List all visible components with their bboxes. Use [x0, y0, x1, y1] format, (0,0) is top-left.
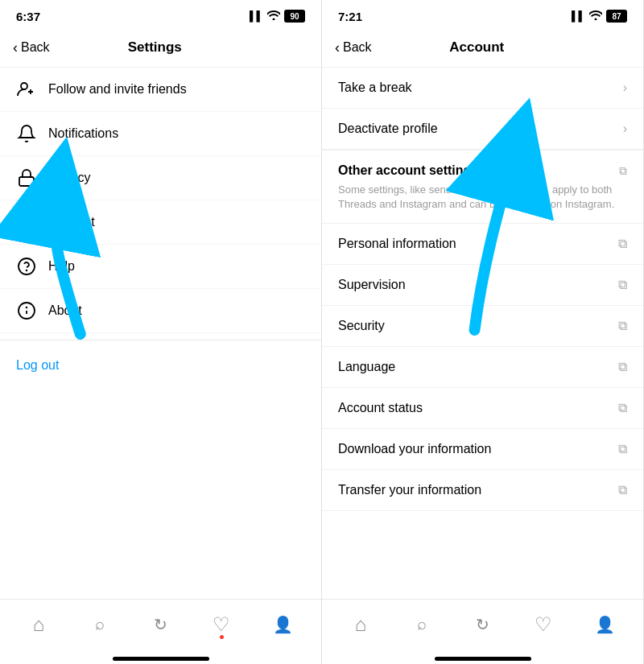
battery-right: 87 — [606, 10, 627, 23]
tab-compose-left[interactable]: ↻ — [141, 605, 180, 644]
tab-bar-left: ⌂ ⌕ ↻ ♡ 👤 — [0, 599, 321, 657]
tab-home-right[interactable]: ⌂ — [341, 605, 380, 644]
language-ext-icon: ⧉ — [618, 360, 627, 374]
other-account-desc: Some settings, like sensitive content co… — [322, 183, 643, 224]
row-take-break[interactable]: Take a break › — [322, 68, 643, 109]
personal-info-ext-icon: ⧉ — [618, 237, 627, 251]
menu-item-account[interactable]: Account — [0, 200, 321, 245]
other-account-label: Other account settings — [338, 163, 478, 178]
tab-bar-right: ⌂ ⌕ ↻ ♡ 👤 — [322, 599, 643, 657]
svg-point-4 — [19, 258, 35, 274]
wifi-icon-right — [589, 10, 602, 23]
row-download-info[interactable]: Download your information ⧉ — [322, 429, 643, 470]
other-account-header[interactable]: Other account settings ⧉ — [322, 150, 643, 183]
nav-bar-right: ‹ Back Account — [322, 29, 643, 68]
follow-icon — [16, 79, 37, 100]
notifications-label: Notifications — [48, 126, 118, 141]
profile-icon-right: 👤 — [595, 615, 615, 634]
nav-bar-left: ‹ Back Settings — [0, 29, 321, 68]
deactivate-label: Deactivate profile — [338, 122, 438, 136]
svg-rect-1 — [19, 177, 34, 186]
back-button-left[interactable]: ‹ Back — [13, 40, 50, 55]
tab-profile-left[interactable]: 👤 — [263, 605, 302, 644]
battery-left: 90 — [284, 10, 305, 23]
menu-item-privacy[interactable]: Privacy — [0, 156, 321, 200]
security-label: Security — [338, 319, 385, 333]
take-break-chevron: › — [623, 80, 627, 95]
compose-icon-left: ↻ — [154, 615, 167, 634]
bell-icon — [16, 123, 37, 144]
menu-divider — [0, 340, 321, 340]
back-label-right: Back — [343, 40, 372, 55]
menu-item-help[interactable]: Help — [0, 245, 321, 289]
profile-icon-left: 👤 — [273, 615, 293, 634]
row-security[interactable]: Security ⧉ — [322, 306, 643, 347]
tab-search-right[interactable]: ⌕ — [402, 605, 441, 644]
heart-icon-right: ♡ — [535, 613, 552, 636]
signal-icon-right: ▌▌ — [572, 10, 585, 22]
info-icon — [16, 300, 37, 321]
account-panel: 7:21 ▌▌ 87 ‹ Back Account Take a break › — [322, 0, 644, 664]
page-title-left: Settings — [50, 39, 260, 56]
take-break-label: Take a break — [338, 80, 412, 95]
compose-icon-right: ↻ — [476, 615, 489, 634]
heart-icon-left: ♡ — [213, 613, 230, 636]
back-chevron-left: ‹ — [13, 40, 18, 55]
tab-home-left[interactable]: ⌂ — [19, 605, 58, 644]
svg-point-0 — [21, 83, 27, 89]
home-indicator-right — [435, 657, 531, 661]
status-bar-left: 6:37 ▌▌ 90 — [0, 0, 321, 29]
account-status-label: Account status — [338, 401, 423, 415]
page-title-right: Account — [372, 39, 582, 56]
help-icon — [16, 256, 37, 277]
lock-icon — [16, 167, 37, 188]
tab-profile-right[interactable]: 👤 — [585, 605, 624, 644]
supervision-label: Supervision — [338, 278, 406, 292]
settings-menu: Follow and invite friends Notifications … — [0, 68, 321, 599]
home-icon-left: ⌂ — [33, 613, 45, 636]
wifi-icon-left — [267, 10, 280, 23]
back-button-right[interactable]: ‹ Back — [335, 40, 372, 55]
tab-search-left[interactable]: ⌕ — [80, 605, 119, 644]
row-language[interactable]: Language ⧉ — [322, 347, 643, 388]
search-icon-left: ⌕ — [95, 615, 105, 633]
language-label: Language — [338, 360, 395, 374]
signal-icon-left: ▌▌ — [250, 10, 263, 22]
row-supervision[interactable]: Supervision ⧉ — [322, 265, 643, 306]
menu-item-about[interactable]: About — [0, 289, 321, 333]
security-ext-icon: ⧉ — [618, 319, 627, 333]
account-settings-list: Take a break › Deactivate profile › Othe… — [322, 68, 643, 599]
transfer-info-ext-icon: ⧉ — [618, 483, 627, 497]
row-personal-info[interactable]: Personal information ⧉ — [322, 224, 643, 265]
menu-item-follow[interactable]: Follow and invite friends — [0, 68, 321, 112]
deactivate-chevron: › — [623, 122, 627, 136]
help-label: Help — [48, 259, 75, 274]
about-label: About — [48, 303, 82, 318]
download-info-label: Download your information — [338, 442, 491, 456]
download-info-ext-icon: ⧉ — [618, 442, 627, 456]
menu-item-notifications[interactable]: Notifications — [0, 112, 321, 156]
status-icons-right: ▌▌ 87 — [572, 10, 627, 23]
back-label-left: Back — [21, 40, 50, 55]
account-label: Account — [48, 215, 95, 229]
row-deactivate[interactable]: Deactivate profile › — [322, 109, 643, 150]
tab-heart-left[interactable]: ♡ — [202, 605, 241, 644]
tab-heart-right[interactable]: ♡ — [524, 605, 563, 644]
row-transfer-info[interactable]: Transfer your information ⧉ — [322, 470, 643, 511]
personal-info-label: Personal information — [338, 237, 456, 251]
svg-point-3 — [24, 217, 29, 222]
transfer-info-label: Transfer your information — [338, 483, 481, 497]
supervision-ext-icon: ⧉ — [618, 278, 627, 292]
status-icons-left: ▌▌ 90 — [250, 10, 305, 23]
heart-notification-dot — [220, 635, 224, 639]
tab-compose-right[interactable]: ↻ — [463, 605, 502, 644]
status-time-right: 7:21 — [338, 10, 362, 23]
person-circle-icon — [16, 212, 37, 233]
logout-button[interactable]: Log out — [0, 347, 321, 384]
row-account-status[interactable]: Account status ⧉ — [322, 388, 643, 429]
home-icon-right: ⌂ — [355, 613, 367, 636]
external-link-icon-header: ⧉ — [619, 164, 627, 178]
search-icon-right: ⌕ — [417, 615, 427, 633]
follow-label: Follow and invite friends — [48, 82, 187, 97]
back-chevron-right: ‹ — [335, 40, 340, 55]
